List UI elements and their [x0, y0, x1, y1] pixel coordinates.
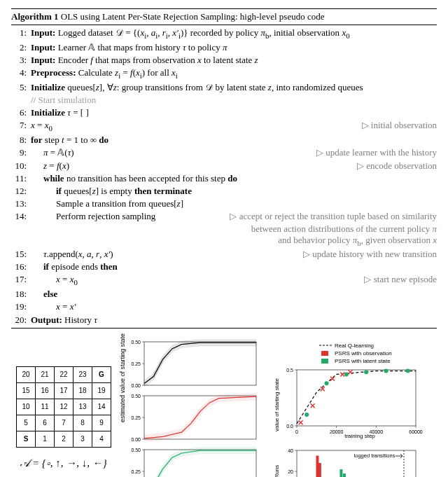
line-number: 17: — [11, 273, 31, 286]
grid-cell: 23 — [74, 366, 92, 382]
line-number: 15: — [11, 248, 31, 261]
grid-cell: 9 — [92, 415, 111, 431]
algo-line: 7:x = x0▷ initial observation — [11, 119, 437, 134]
line-number: 1: — [11, 27, 31, 39]
svg-text:20000: 20000 — [330, 429, 344, 434]
algorithm-caption: OLS using Latent Per-State Rejection Sam… — [61, 11, 325, 22]
line-content: Preprocess: Calculate zi = f(xi) for all… — [31, 67, 437, 81]
svg-text:0.25: 0.25 — [131, 469, 141, 474]
line-number: 7: — [11, 119, 31, 132]
algo-line: 2:Input: Learner 𝔸 that maps from histor… — [11, 41, 437, 54]
algo-line: 12:if queues[z] is empty then terminate — [11, 185, 437, 198]
svg-text:0.00: 0.00 — [131, 383, 141, 388]
line-number: 8: — [11, 134, 31, 146]
line-comment: ▷ start new episode — [358, 273, 437, 286]
line-number: 18: — [11, 288, 31, 300]
line-number: 2: — [11, 41, 31, 54]
legend-item-obs: PSRS with observation — [335, 350, 392, 357]
svg-text:0.0: 0.0 — [286, 424, 293, 429]
algorithm-body: 1:Input: Logged dataset 𝒟 = {(xi, ai, ri… — [11, 25, 437, 328]
svg-point-50 — [406, 368, 410, 373]
line-content: x = x0 — [31, 273, 358, 288]
figure-row: 20212223G1516171819101112131456789S1234 … — [11, 338, 437, 477]
svg-text:60000: 60000 — [409, 429, 423, 434]
ylabel-estimated-value: estimated value of starting state — [119, 333, 126, 422]
line-content: Input: Logged dataset 𝒟 = {(xi, ai, ri, … — [31, 27, 437, 41]
grid-cell: S — [17, 431, 36, 447]
ylabel-value-starting: value of starting state — [274, 378, 280, 431]
line-comment: ▷ accept or reject the transition tuple … — [224, 210, 437, 223]
line-content: x = x0 — [31, 119, 356, 134]
line-number: 4: — [11, 67, 31, 79]
algo-line: 14:Perform rejection sampling▷ accept or… — [11, 210, 437, 223]
svg-point-47 — [344, 372, 349, 376]
line-content: Input: Learner 𝔸 that maps from history … — [31, 41, 437, 54]
grid-cell: 2 — [55, 431, 74, 447]
stacked-charts-svg: 0.000.250.50 0.000.250.50 0.000.250.5002… — [123, 338, 263, 477]
algo-line: 15:τ.append(x, a, r, x′)▷ update history… — [11, 248, 437, 261]
svg-rect-32 — [297, 370, 416, 426]
line-number: 13: — [11, 198, 31, 210]
grid-cell: 17 — [55, 382, 74, 399]
line-content: if episode ends then — [31, 261, 437, 273]
line-comment: ▷ update learner with the history — [311, 146, 437, 159]
line-content: Initialize τ = [ ] — [31, 106, 437, 119]
algo-line: 16:if episode ends then — [11, 261, 437, 273]
svg-point-49 — [384, 368, 388, 373]
grid-cell: 22 — [55, 366, 74, 382]
grid-cell: 16 — [36, 382, 55, 399]
line-content: // Start simulation — [31, 94, 437, 106]
line-number: 20: — [11, 314, 31, 326]
line-content: if queues[z] is empty then terminate — [31, 185, 437, 198]
line-number: 6: — [11, 106, 31, 119]
grid-cell: 5 — [17, 415, 36, 431]
svg-rect-70 — [340, 469, 342, 477]
algo-line: 18:else — [11, 288, 437, 300]
grid-cell: 13 — [74, 399, 92, 415]
line-content: Sample a transition from queues[z] — [31, 198, 437, 210]
svg-rect-71 — [343, 473, 346, 477]
algo-line: 3:Input: Encoder f that maps from observ… — [11, 54, 437, 67]
xlabel-training-step-right: training step — [344, 433, 375, 439]
svg-point-46 — [325, 381, 329, 385]
line-content: z = f(x) — [31, 160, 351, 172]
svg-rect-30 — [321, 351, 328, 356]
line-content: τ.append(x, a, r, x′) — [31, 248, 298, 261]
algo-line: 10:z = f(x)▷ encode observation — [11, 160, 437, 172]
algo-line: 20:Output: History τ — [11, 314, 437, 326]
ylabel-runs: Runs — [274, 464, 280, 477]
algorithm-box: Algorithm 1 OLS using Latent Per-State R… — [11, 8, 437, 329]
line-number: 3: — [11, 54, 31, 67]
grid-cell: 18 — [74, 382, 92, 399]
line-number: 5: — [11, 81, 31, 94]
legend: Real Q-learning PSRS with observation PS… — [319, 343, 392, 364]
grid-cell: 14 — [92, 399, 111, 415]
line-number: 9: — [11, 146, 31, 159]
legend-item-real: Real Q-learning — [335, 343, 374, 349]
svg-text:0.50: 0.50 — [131, 448, 141, 452]
grid-cell: 7 — [55, 415, 74, 431]
grid-cell: 20 — [17, 366, 36, 382]
svg-text:0.50: 0.50 — [131, 340, 141, 345]
svg-text:0.5: 0.5 — [286, 368, 293, 373]
algo-line: 9:π = 𝔸(τ)▷ update learner with the hist… — [11, 146, 437, 159]
gridworld-table: 20212223G1516171819101112131456789S1234 — [16, 366, 111, 448]
grid-cell: 4 — [92, 431, 111, 447]
stacked-charts: estimated value of starting state 0.000.… — [123, 338, 263, 477]
svg-text:0.25: 0.25 — [131, 415, 141, 420]
grid-cell: 11 — [36, 399, 55, 415]
algo-line: 6:Initialize τ = [ ] — [11, 106, 437, 119]
svg-rect-7 — [144, 396, 256, 439]
algo-line: 13:Sample a transition from queues[z] — [11, 198, 437, 210]
algorithm-title: Algorithm 1 OLS using Latent Per-State R… — [11, 9, 437, 25]
algo-line: 8:for step t = 1 to ∞ do — [11, 134, 437, 146]
algo-line: 17:x = x0▷ start new episode — [11, 273, 437, 288]
line-content: else — [31, 288, 437, 300]
algo-line: 5:Initialize queues[z], ∀z: group transi… — [11, 81, 437, 94]
grid-cell: 10 — [17, 399, 36, 415]
line-number: 12: — [11, 185, 31, 198]
algo-line: 19:x = x′ — [11, 300, 437, 313]
svg-text:0: 0 — [295, 429, 298, 434]
algo-comment-continuation: between action distributions of the curr… — [31, 223, 437, 235]
line-number: 14: — [11, 210, 31, 223]
